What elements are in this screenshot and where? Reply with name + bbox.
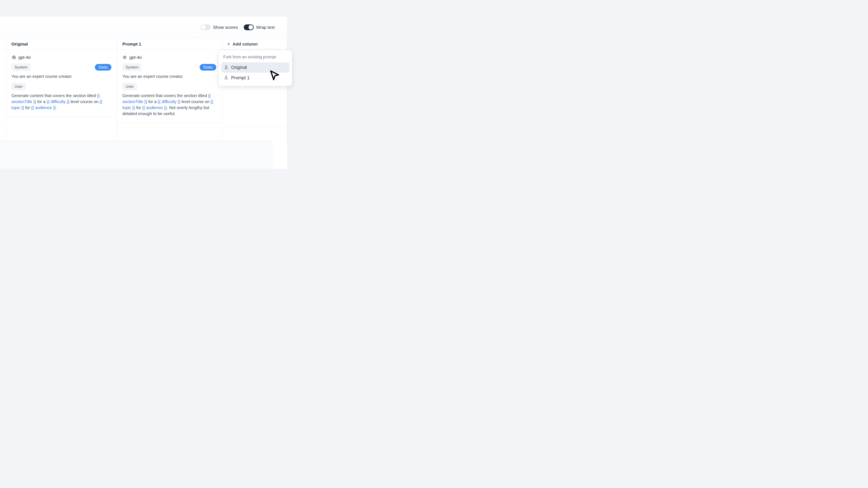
system-chip-row: System Static bbox=[11, 64, 112, 71]
user-chip-row: User bbox=[11, 83, 112, 90]
comparison-panel: Show scores Wrap text Original bbox=[0, 17, 287, 169]
model-name: gpt-4o bbox=[19, 55, 31, 60]
user-chip-row: User bbox=[122, 83, 216, 90]
user-block: User Generate content that covers the se… bbox=[122, 83, 216, 117]
gutter-cell bbox=[0, 50, 6, 127]
system-chip-row: System Static bbox=[122, 64, 216, 71]
template-variable: {{ difficulty }} bbox=[158, 99, 180, 104]
model-name: gpt-4o bbox=[129, 55, 142, 60]
column-header[interactable]: Original bbox=[6, 38, 117, 50]
bottom-shade bbox=[0, 140, 273, 169]
show-scores-label: Show scores bbox=[213, 25, 238, 30]
static-chip: Static bbox=[200, 64, 216, 71]
column-title: Original bbox=[11, 42, 28, 46]
flask-icon bbox=[224, 75, 228, 80]
system-chip: System bbox=[122, 64, 142, 71]
system-text: You are an expert course creator. bbox=[11, 73, 112, 79]
template-variable: {{ difficulty }} bbox=[46, 99, 69, 104]
dropdown-header: Fork from an existing prompt bbox=[221, 53, 289, 62]
wrap-text-toggle-group: Wrap text bbox=[244, 25, 275, 30]
model-row: gpt-4o bbox=[11, 55, 112, 60]
header-spacer bbox=[0, 0, 302, 19]
show-scores-toggle-group: Show scores bbox=[200, 25, 238, 30]
prompt-cell: gpt-4o System Static You are an expert c… bbox=[6, 50, 117, 117]
gutter-header bbox=[0, 38, 6, 50]
dropdown-item-label: Prompt 1 bbox=[231, 75, 250, 80]
cursor-icon bbox=[269, 69, 280, 81]
plus-icon: + bbox=[227, 42, 230, 46]
system-text: You are an expert course creator. bbox=[122, 73, 216, 79]
user-block: User Generate content that covers the se… bbox=[11, 83, 112, 111]
wrap-text-label: Wrap text bbox=[256, 25, 275, 30]
dropdown-item-label: Original bbox=[231, 65, 247, 70]
user-text: Generate content that covers the section… bbox=[122, 93, 216, 117]
empty-row bbox=[0, 127, 287, 139]
user-chip: User bbox=[122, 83, 137, 90]
toolbar: Show scores Wrap text bbox=[0, 17, 287, 38]
add-column-label: Add column bbox=[232, 42, 258, 46]
wrap-text-switch[interactable] bbox=[244, 25, 254, 30]
gutter-column bbox=[0, 38, 6, 127]
column-title: Prompt 1 bbox=[122, 42, 141, 46]
show-scores-switch[interactable] bbox=[200, 25, 210, 30]
fork-dropdown: Fork from an existing prompt OriginalPro… bbox=[219, 50, 292, 86]
prompt-cell: gpt-4o System Static You are an expert c… bbox=[117, 50, 222, 123]
static-chip: Static bbox=[95, 64, 112, 71]
app-frame: Show scores Wrap text Original bbox=[0, 0, 302, 169]
template-variable: {{ audience }} bbox=[31, 105, 56, 110]
user-text: Generate content that covers the section… bbox=[11, 93, 112, 111]
template-variable: {{ audience }} bbox=[142, 105, 167, 110]
user-chip: User bbox=[11, 83, 26, 90]
column-original: Original gpt-4o Sy bbox=[6, 38, 117, 127]
column-header[interactable]: Prompt 1 bbox=[117, 38, 222, 50]
model-row: gpt-4o bbox=[122, 55, 216, 60]
openai-icon bbox=[122, 55, 127, 60]
column-prompt-1: Prompt 1 gpt-4o System bbox=[117, 38, 222, 127]
add-column-button[interactable]: + Add column bbox=[222, 38, 287, 50]
flask-icon bbox=[224, 65, 228, 70]
openai-icon bbox=[11, 55, 16, 60]
system-chip: System bbox=[11, 64, 31, 71]
